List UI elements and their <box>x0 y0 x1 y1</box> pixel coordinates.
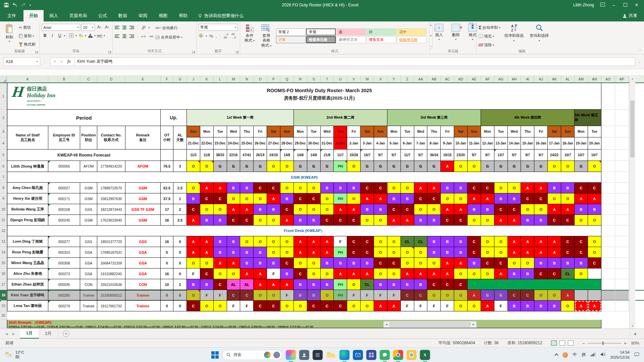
shift-cell-1-Jan[interactable]: A <box>334 204 347 215</box>
ime-mode-indicator[interactable]: 拼 <box>582 352 586 358</box>
shift-cell-3-Jan[interactable]: B <box>361 204 374 215</box>
shift-cell-2-Jan[interactable]: O <box>347 279 361 290</box>
shift-cell-4-Jan[interactable]: B <box>374 279 387 290</box>
cell-empty[interactable] <box>615 301 629 311</box>
row-header-1[interactable]: 1 <box>0 83 7 110</box>
cell-empty[interactable] <box>601 236 615 247</box>
shift-cell-21-Dec[interactable]: A <box>187 247 200 258</box>
shift-cell-31-Dec[interactable]: A <box>321 247 334 258</box>
shift-cell-22-Dec[interactable]: A <box>200 247 214 258</box>
shift-cell-29-Dec[interactable]: O <box>294 204 307 215</box>
table-header[interactable]: AL天数 <box>173 126 187 149</box>
shift-cell-26-Dec[interactable]: G <box>254 161 267 172</box>
shift-cell-30-Dec[interactable]: A <box>307 236 321 247</box>
shift-cell-14-Jan[interactable]: C <box>508 204 521 215</box>
shift-cell-11-Jan[interactable]: B <box>468 258 481 268</box>
shift-cell-20-Jan[interactable]: O <box>588 236 601 247</box>
shift-cell-18-Jan[interactable]: C <box>561 236 575 247</box>
staff-contact[interactable]: 17685187531 <box>97 247 125 258</box>
shift-cell-25-Dec[interactable]: C <box>240 215 254 226</box>
app-chrome-icon[interactable] <box>393 350 403 360</box>
staff-position[interactable]: GSA <box>80 247 97 258</box>
column-header-AB[interactable]: AB <box>427 76 441 82</box>
shift-cell-3-Jan[interactable]: O <box>361 301 374 311</box>
shift-cell-14-Jan[interactable]: A <box>508 236 521 247</box>
sort-filter-button[interactable]: AZ 排序和筛选▾ <box>502 23 526 49</box>
forecast-15-Jan[interactable]: 9/7 <box>521 149 534 161</box>
shift-cell-7-Jan[interactable]: CL <box>414 236 428 247</box>
undo-icon[interactable] <box>12 3 17 7</box>
column-header-AE[interactable]: AE <box>468 76 481 82</box>
day-header-14-Jan[interactable]: Wed <box>508 126 521 137</box>
shift-cell-1-Jan[interactable]: F <box>334 236 347 247</box>
cell-empty[interactable] <box>161 149 173 161</box>
shift-cell-20-Jan[interactable]: O <box>588 247 601 258</box>
page-layout-view-icon[interactable] <box>559 341 565 346</box>
column-header-M[interactable]: M <box>227 76 240 82</box>
shift-cell-27-Dec[interactable]: O <box>267 161 280 172</box>
cell-empty[interactable] <box>601 149 615 161</box>
shift-cell-18-Jan[interactable]: B <box>561 183 575 193</box>
table-header[interactable]: OT小时 <box>161 126 173 149</box>
staff-ot[interactable]: 37.5 <box>161 193 173 204</box>
shift-cell-4-Jan[interactable]: A <box>374 193 387 204</box>
shift-cell-16-Jan[interactable]: C <box>534 268 548 279</box>
staff-position[interactable]: AFOM <box>80 161 97 172</box>
shift-cell-29-Dec[interactable]: B <box>294 290 307 301</box>
shift-cell-11-Jan[interactable]: C <box>468 247 481 258</box>
comma-icon[interactable]: , <box>216 34 217 39</box>
shift-cell-24-Dec[interactable]: G <box>227 161 240 172</box>
align-right-icon[interactable] <box>129 35 134 38</box>
staff-name[interactable]: Winni Wang 王晶晶 <box>7 258 48 268</box>
cell-empty[interactable] <box>615 204 629 215</box>
day-header-25-Dec[interactable]: Thu <box>240 126 254 137</box>
week-header-1[interactable]: 1st Week 第一周 <box>187 110 294 126</box>
shift-cell-12-Jan[interactable]: A <box>481 193 494 204</box>
forecast-14-Jan[interactable]: 9/7 <box>508 149 521 161</box>
day-header-9-Jan[interactable]: Fri <box>441 126 454 137</box>
shift-cell-21-Dec[interactable]: O <box>187 258 200 268</box>
staff-name[interactable]: Alice Zhu 朱春艳 <box>7 268 48 279</box>
shift-cell-16-Jan[interactable]: C <box>534 193 548 204</box>
shift-cell-31-Dec[interactable]: O <box>321 204 334 215</box>
shift-cell-8-Jan[interactable]: B <box>427 247 441 258</box>
row-header-6[interactable]: 6 <box>0 161 7 172</box>
column-header-F[interactable]: F <box>161 76 173 82</box>
shift-cell-29-Dec[interactable]: C <box>294 193 307 204</box>
column-header-U[interactable]: U <box>334 76 347 82</box>
staff-ot[interactable]: 0 <box>161 301 173 311</box>
date-header-24-Dec[interactable]: 24-Dec <box>227 137 240 149</box>
date-header-20-Jan[interactable]: 20-Jan <box>588 137 601 149</box>
shift-cell-26-Dec[interactable]: A <box>254 268 267 279</box>
day-header-26-Dec[interactable]: Fri <box>254 126 267 137</box>
row-header-2[interactable]: 2 <box>0 110 7 126</box>
staff-al[interactable]: 0 <box>173 258 187 268</box>
shift-cell-26-Dec[interactable]: C <box>254 183 267 193</box>
shift-cell-6-Jan[interactable]: A <box>401 215 414 226</box>
day-header-27-Dec[interactable]: Sat <box>267 126 280 137</box>
column-header-P[interactable]: P <box>267 76 280 82</box>
clipboard-dialog-launcher[interactable] <box>35 50 38 53</box>
shift-cell-6-Jan[interactable]: O <box>401 258 414 268</box>
shift-cell-6-Jan[interactable]: O <box>401 183 414 193</box>
staff-remark[interactable]: Trainee <box>125 290 161 301</box>
orientation-icon[interactable]: ab <box>140 24 147 31</box>
staff-al[interactable]: 0 <box>173 236 187 247</box>
shift-cell-13-Jan[interactable]: O <box>494 247 508 258</box>
day-header-13-Jan[interactable]: Tue <box>494 126 508 137</box>
shift-cell-9-Jan[interactable]: B <box>441 183 454 193</box>
shift-cell-14-Jan[interactable]: C <box>508 290 521 301</box>
week-header-2[interactable]: 2nd Week 第二周 <box>294 110 387 126</box>
shift-cell-16-Jan[interactable]: G <box>534 161 548 172</box>
shift-cell-30-Dec[interactable]: O <box>307 258 321 268</box>
shift-cell-3-Jan[interactable]: CL <box>361 279 374 290</box>
increase-decimal-icon[interactable]: ←.0.00 <box>223 33 228 39</box>
shift-cell-9-Jan[interactable]: A <box>441 204 454 215</box>
shift-cell-22-Dec[interactable]: O <box>200 301 214 311</box>
cell-empty[interactable] <box>615 149 629 161</box>
shift-cell-9-Jan[interactable]: O <box>441 193 454 204</box>
shift-cell-25-Dec[interactable]: AL <box>240 279 254 290</box>
shift-cell-1-Jan[interactable]: B <box>334 258 347 268</box>
staff-al[interactable]: 2 <box>173 204 187 215</box>
staff-id[interactable]: 000027 <box>48 183 80 193</box>
